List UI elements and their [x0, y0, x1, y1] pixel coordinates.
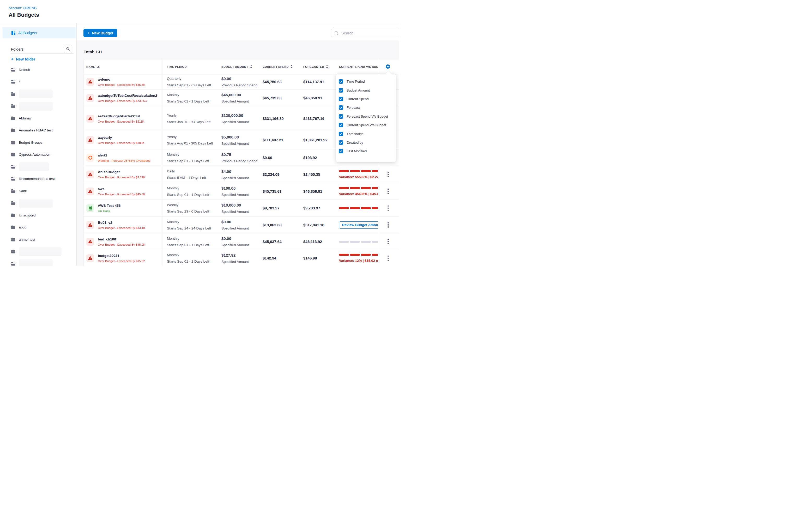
folder-item[interactable]: ! — [0, 76, 76, 88]
folder-item[interactable]: abcd — [0, 222, 76, 234]
folder-item — [0, 100, 76, 112]
row-menu-button[interactable] — [386, 171, 390, 178]
row-menu-button[interactable] — [386, 221, 390, 229]
folder-item[interactable]: Unscripted — [0, 209, 76, 222]
budget-amount-note: Specified Amount — [222, 120, 262, 124]
column-menu-item[interactable]: Time Period — [336, 77, 396, 86]
column-header[interactable]: FORECASTED — [303, 59, 328, 74]
folders-search-button[interactable] — [64, 44, 72, 53]
folder-item[interactable]: Budget Groups — [0, 136, 76, 149]
checkbox-checked[interactable] — [339, 97, 343, 101]
period-type: Monthly — [167, 253, 220, 257]
budget-status-icon — [86, 78, 94, 86]
forecasted-value: $2,450.35 — [303, 172, 320, 176]
folder-item[interactable]: Abhinav — [0, 112, 76, 125]
search-input[interactable] — [341, 31, 397, 36]
checkbox-checked[interactable] — [339, 106, 343, 110]
budget-amount: $10,000.00 — [222, 203, 262, 207]
folder-item[interactable]: anmol-test — [0, 233, 76, 246]
current-spend-cell: $331,196.80 — [263, 107, 302, 131]
spend-vs-budget-bar — [339, 187, 378, 189]
sort-icon — [250, 65, 252, 68]
column-menu-item[interactable]: Created by — [336, 138, 396, 147]
checkbox-checked[interactable] — [339, 132, 343, 136]
folder-icon — [11, 92, 15, 96]
checkbox-checked[interactable] — [339, 140, 343, 145]
folder-item[interactable]: Anomalies RBAC test — [0, 125, 76, 137]
period-type: Weekly — [167, 203, 220, 207]
column-header[interactable]: BUDGET AMOUNT — [222, 59, 252, 74]
checkbox-checked[interactable] — [339, 149, 343, 153]
review-budget-amount-button[interactable]: Review Budget Amount — [339, 222, 378, 229]
row-menu-button[interactable] — [386, 188, 390, 195]
budget-amount: $100.00 — [222, 186, 262, 190]
current-spend-cell: $111,407.21 — [263, 131, 302, 149]
name-cell: AnishBudget Over Budget - Exceeded By $2… — [86, 166, 162, 183]
budget-amount: $120,000.00 — [222, 113, 262, 118]
new-budget-button[interactable]: + New Budget — [83, 29, 117, 37]
budget-status-icon — [86, 221, 94, 229]
row-menu-button[interactable] — [386, 254, 390, 262]
budget-status-text: Over Budget - Exceeded By $211K — [98, 120, 144, 123]
budget-amount-cell: $10,000.00 Specified Amount — [222, 200, 262, 216]
table-row[interactable]: AnishBudget Over Budget - Exceeded By $2… — [84, 166, 399, 183]
column-settings-gear-icon[interactable] — [385, 64, 391, 69]
alert-triangle-icon — [88, 96, 93, 100]
column-menu-item[interactable]: Current Spend V/s Budget — [336, 121, 396, 129]
checkbox-checked[interactable] — [339, 114, 343, 119]
column-menu-item[interactable]: Forecast Spend V/s Budget — [336, 112, 396, 121]
new-folder-button[interactable]: + New folder — [11, 57, 35, 61]
column-menu-item[interactable]: Forecast — [336, 103, 396, 112]
folder-item — [0, 258, 76, 266]
table-row[interactable]: bud_cli106 Over Budget - Exceeded By $45… — [84, 233, 399, 250]
folder-name: Default — [19, 68, 30, 72]
column-menu-item[interactable]: Budget Amount — [336, 86, 396, 94]
current-spend-value: $45,735.63 — [263, 96, 282, 100]
folder-name: anmol-test — [19, 238, 35, 242]
table-row[interactable]: aws Over Budget - Exceeded By $45.6K Mon… — [84, 183, 399, 200]
folder-item[interactable]: Default — [0, 64, 76, 76]
column-menu-item[interactable]: Last Modified — [336, 147, 396, 155]
time-period-cell: Daily Starts 5 AM - 1 Days Left — [167, 166, 220, 183]
forecasted-cell: $9,783.97 — [303, 200, 342, 216]
budget-status-text: Over Budget - Exceeded By $106K — [98, 141, 145, 145]
budget-amount-note: Specified Amount — [222, 141, 262, 146]
time-period-cell: Yearly Starts Jan 01 - 93 Days Left — [167, 107, 220, 131]
folder-item[interactable]: Recommendations test — [0, 173, 76, 185]
checkbox-checked[interactable] — [339, 123, 343, 127]
folder-icon — [11, 153, 15, 156]
folder-item[interactable]: Sahil — [0, 185, 76, 197]
forecasted-cell: $146.98 — [303, 250, 342, 266]
current-spend-value: $2,224.09 — [263, 172, 280, 176]
column-menu-item[interactable]: Thresholds — [336, 129, 396, 138]
sidebar-item-all-budgets[interactable]: All Budgets — [3, 27, 76, 38]
budget-amount-cell: $0.00 Specified Amount — [222, 233, 262, 250]
table-row[interactable]: Bd01_v2 Over Budget - Exceeded By $13.1K… — [84, 217, 399, 233]
forecasted-value: $46,858.91 — [303, 96, 322, 100]
current-spend-cell: $0.66 — [263, 149, 302, 166]
column-header[interactable]: CURRENT SPEND — [263, 59, 292, 74]
folder-icon — [11, 213, 15, 217]
table-row[interactable]: budget20031 Over Budget - Exceeded By $1… — [84, 250, 399, 266]
alert-triangle-icon — [88, 172, 93, 177]
column-header[interactable]: NAME — [86, 59, 100, 74]
checkbox-checked[interactable] — [339, 79, 343, 84]
budget-status-icon — [86, 171, 94, 178]
alert-triangle-icon — [88, 223, 93, 227]
forecasted-value: $46,858.91 — [303, 189, 322, 193]
name-cell: budget20031 Over Budget - Exceeded By $1… — [86, 250, 162, 266]
account-breadcrumb-link[interactable]: Account: CCM-NG — [8, 6, 37, 10]
folder-name: Recommendations test — [19, 177, 55, 181]
period-type: Monthly — [167, 153, 220, 156]
table-row[interactable]: AWS Test 456 On Track Weekly Starts Sep … — [84, 200, 399, 217]
row-actions-cell — [378, 233, 399, 250]
checkbox-checked[interactable] — [339, 88, 343, 93]
folder-icon — [11, 262, 15, 266]
row-menu-button[interactable] — [386, 238, 390, 245]
folder-name: abcd — [19, 225, 26, 229]
row-menu-button[interactable] — [386, 205, 390, 212]
spend-vs-budget-bar — [339, 170, 378, 172]
budget-amount: $127.92 — [222, 253, 262, 258]
column-menu-item[interactable]: Current Spend — [336, 95, 396, 103]
folder-item[interactable]: Cypress Automation — [0, 149, 76, 161]
